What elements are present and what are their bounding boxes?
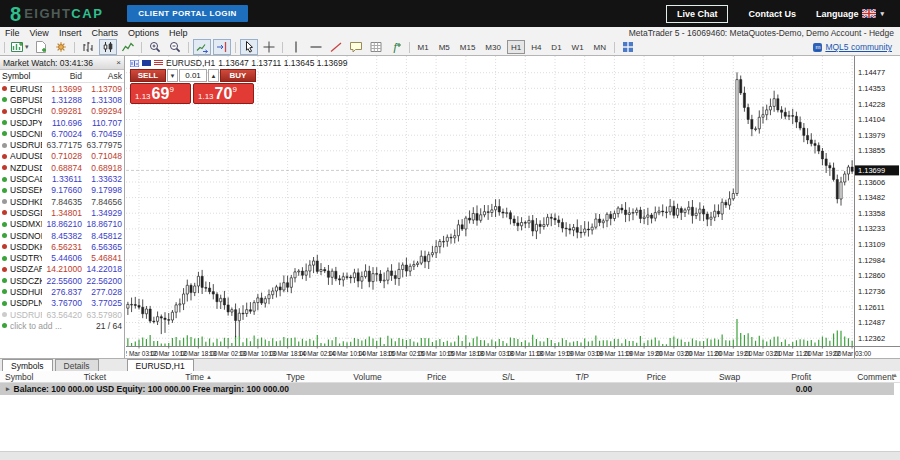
symbol-status-icon bbox=[2, 120, 7, 125]
bid-value: 5.44606 bbox=[42, 253, 82, 263]
crosshair-icon[interactable] bbox=[260, 39, 278, 55]
toolbox-col-price-8[interactable]: Price bbox=[619, 371, 693, 382]
horizontal-line-icon[interactable] bbox=[307, 39, 325, 55]
toolbox-col-tp-7[interactable]: T/P bbox=[545, 371, 619, 382]
buy-price-box[interactable]: 1.13 70 9 bbox=[193, 83, 254, 104]
market-watch-row-usdjpy[interactable]: USDJPY110.696110.707 bbox=[0, 117, 124, 128]
market-watch-row-usdcad[interactable]: USDCAD1.336111.33632 bbox=[0, 173, 124, 184]
timeframe-d1[interactable]: D1 bbox=[547, 40, 565, 54]
buy-button[interactable]: BUY bbox=[220, 69, 256, 82]
menu-help[interactable]: Help bbox=[164, 28, 193, 38]
toolbox-col-sl-6[interactable]: S/L bbox=[471, 371, 545, 382]
toolbox-col-comment-11[interactable]: Comment bbox=[837, 371, 900, 382]
zoom-in-icon[interactable] bbox=[146, 39, 164, 55]
toolbox-col-time-2[interactable]: Time▲ bbox=[139, 371, 258, 382]
col-symbol[interactable]: Symbol bbox=[2, 71, 42, 81]
menu-insert[interactable]: Insert bbox=[54, 28, 87, 38]
timeframe-w1[interactable]: W1 bbox=[568, 40, 588, 54]
timeframe-h1[interactable]: H1 bbox=[507, 40, 525, 54]
contact-us-link[interactable]: Contact Us bbox=[748, 9, 796, 19]
menu-charts[interactable]: Charts bbox=[86, 28, 123, 38]
ask-value: 1.33632 bbox=[82, 174, 122, 184]
market-watch-add-row[interactable]: click to add ...21 / 64 bbox=[0, 320, 124, 331]
market-watch-row-usdsek[interactable]: USDSEK9.176609.17998 bbox=[0, 185, 124, 196]
market-watch-row-usdzar[interactable]: USDZAR14.2100014.22018 bbox=[0, 264, 124, 275]
candlestick-icon[interactable] bbox=[99, 39, 117, 55]
market-watch-row-usdhuf[interactable]: USDHUF276.837277.028 bbox=[0, 286, 124, 297]
market-watch-row-usdczk[interactable]: USDCZK22.5560022.56200 bbox=[0, 275, 124, 286]
new-order-icon[interactable] bbox=[32, 39, 50, 55]
trendline-icon[interactable] bbox=[327, 39, 345, 55]
new-chart-icon[interactable]: ▾ bbox=[9, 39, 30, 55]
toolbox-col-type-3[interactable]: Type bbox=[258, 371, 333, 382]
col-ask[interactable]: Ask bbox=[82, 71, 122, 81]
expand-icon[interactable]: ▸ bbox=[6, 385, 10, 393]
col-bid[interactable]: Bid bbox=[42, 71, 82, 81]
mql5-community-link[interactable]: mMQL5 community bbox=[813, 42, 892, 52]
mt5-window: 8 EIGHTCAP CLIENT PORTAL LOGIN Live Chat… bbox=[0, 0, 900, 460]
market-watch-row-usdtry[interactable]: USDTRY5.446065.46841 bbox=[0, 252, 124, 263]
timeframe-m1[interactable]: M1 bbox=[414, 40, 433, 54]
sell-price-box[interactable]: 1.13 69 9 bbox=[130, 83, 191, 104]
market-watch-row-usdrur[interactable]: USDRUR63.5642063.57980 bbox=[0, 309, 124, 320]
chart-tab-eurusd-h1[interactable]: EURUSD,H1 bbox=[127, 359, 194, 371]
menu-file[interactable]: File bbox=[0, 28, 25, 38]
chart-area[interactable]: 1.144771.143531.142281.141041.139791.138… bbox=[126, 56, 900, 358]
timeframe-mn[interactable]: MN bbox=[590, 40, 610, 54]
svg-text:22 Mar 03:00: 22 Mar 03:00 bbox=[833, 350, 871, 357]
market-watch-row-usdhkd[interactable]: USDHKD7.846357.84656 bbox=[0, 196, 124, 207]
toolbox-scroll-up-icon[interactable]: ▲ bbox=[892, 372, 898, 378]
market-watch-row-usdsgd[interactable]: USDSGD1.348011.34929 bbox=[0, 207, 124, 218]
toolbox-col-swap-9[interactable]: Swap bbox=[693, 371, 765, 382]
balance-row[interactable]: ▸ Balance: 100 000.00 USD Equity: 100 00… bbox=[0, 383, 894, 395]
market-watch-row-nzdusd[interactable]: NZDUSD0.688740.68918 bbox=[0, 162, 124, 173]
market-watch-row-usdcnh[interactable]: USDCNH6.700246.70459 bbox=[0, 128, 124, 139]
toolbox-col-volume-4[interactable]: Volume bbox=[333, 371, 402, 382]
objects-icon[interactable] bbox=[367, 39, 385, 55]
vertical-line-icon[interactable] bbox=[287, 39, 305, 55]
live-chat-button[interactable]: Live Chat bbox=[666, 5, 729, 23]
market-watch-row-usdchf[interactable]: USDCHF0.992810.99294 bbox=[0, 106, 124, 117]
tab-symbols[interactable]: Symbols bbox=[2, 359, 53, 371]
toolbox-col-symbol-0[interactable]: Symbol bbox=[0, 371, 50, 382]
sell-button[interactable]: SELL bbox=[130, 69, 166, 82]
client-portal-login-button[interactable]: CLIENT PORTAL LOGIN bbox=[127, 5, 247, 22]
ask-value: 8.45812 bbox=[82, 231, 122, 241]
indicators-icon[interactable]: ƒ bbox=[387, 39, 405, 55]
market-watch-row-usddkk[interactable]: USDDKK6.562316.56365 bbox=[0, 241, 124, 252]
timeframe-m5[interactable]: M5 bbox=[435, 40, 454, 54]
bar-chart-icon[interactable] bbox=[79, 39, 97, 55]
market-watch-row-eurusd[interactable]: EURUSD1.136991.13709 bbox=[0, 83, 124, 94]
market-watch-row-usdrub[interactable]: USDRUB63.7717563.77975 bbox=[0, 139, 124, 150]
market-watch-row-gbpusd[interactable]: GBPUSD1.312881.31308 bbox=[0, 94, 124, 105]
menu-options[interactable]: Options bbox=[123, 28, 164, 38]
line-chart-icon[interactable] bbox=[119, 39, 137, 55]
market-watch-row-usdpln[interactable]: USDPLN3.767003.77025 bbox=[0, 298, 124, 309]
zoom-out-icon[interactable] bbox=[166, 39, 184, 55]
volume-input[interactable]: 0.01 bbox=[179, 69, 207, 82]
volume-down-stepper[interactable]: ▼ bbox=[167, 69, 178, 82]
market-watch-row-audusd[interactable]: AUDUSD0.710280.71048 bbox=[0, 151, 124, 162]
toolbox-col-profit-10[interactable]: Profit bbox=[766, 371, 837, 382]
language-selector[interactable]: Language ▾ bbox=[816, 9, 884, 19]
toolbox-col-price-5[interactable]: Price bbox=[402, 371, 471, 382]
auto-scroll-icon[interactable] bbox=[193, 39, 211, 55]
chart-shift-icon[interactable] bbox=[213, 39, 231, 55]
toolbox-col-ticket-1[interactable]: Ticket bbox=[50, 371, 139, 382]
market-watch-row-usdmxn[interactable]: USDMXN18.8621018.86710 bbox=[0, 219, 124, 230]
timeframe-m15[interactable]: M15 bbox=[456, 40, 480, 54]
volume-up-stepper[interactable]: ▲ bbox=[208, 69, 219, 82]
menu-view[interactable]: View bbox=[25, 28, 54, 38]
algo-trading-icon[interactable] bbox=[52, 39, 70, 55]
timeframe-m30[interactable]: M30 bbox=[481, 40, 505, 54]
svg-text:1.13358: 1.13358 bbox=[858, 209, 885, 218]
cursor-icon[interactable] bbox=[240, 39, 258, 55]
tile-windows-icon[interactable] bbox=[619, 39, 637, 55]
text-label-icon[interactable] bbox=[347, 39, 365, 55]
tab-details[interactable]: Details bbox=[55, 359, 99, 371]
close-icon[interactable]: × bbox=[116, 58, 121, 67]
timeframe-h4[interactable]: H4 bbox=[527, 40, 545, 54]
market-watch-row-usdnok[interactable]: USDNOK8.453828.45812 bbox=[0, 230, 124, 241]
svg-text:1.13606: 1.13606 bbox=[858, 178, 885, 187]
symbol-name: USDCZK bbox=[10, 276, 42, 286]
